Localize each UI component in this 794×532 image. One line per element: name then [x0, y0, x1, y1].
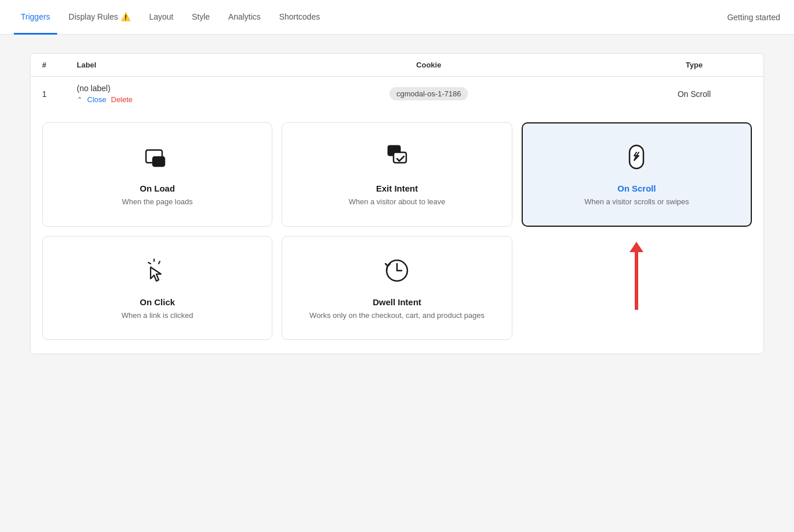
dwell-intent-desc: Works only on the checkout, cart, and pr… [309, 310, 484, 321]
on-scroll-icon [621, 142, 651, 175]
type-cell: On Scroll [636, 89, 752, 99]
action-buttons: ⌃ Close Delete [77, 95, 221, 104]
cookie-badge: cgmodal-os-1-7186 [389, 87, 468, 100]
svg-marker-9 [630, 242, 643, 252]
cookie-cell: cgmodal-os-1-7186 [221, 87, 636, 100]
getting-started-link[interactable]: Getting started [727, 13, 780, 22]
exit-intent-desc: When a visitor about to leave [349, 197, 445, 207]
arrow-annotation [522, 236, 752, 310]
delete-button[interactable]: Delete [111, 95, 133, 104]
on-click-icon [143, 256, 173, 289]
top-navigation: Triggers Display Rules ⚠️ Layout Style A… [0, 0, 794, 35]
card-on-click[interactable]: On Click When a link is clicked [42, 236, 272, 340]
on-click-desc: When a link is clicked [122, 310, 193, 321]
close-button[interactable]: Close [87, 95, 106, 104]
header-label: Label [77, 61, 221, 69]
svg-line-7 [159, 261, 160, 264]
svg-line-6 [148, 263, 151, 264]
chevron-up-icon[interactable]: ⌃ [77, 96, 83, 104]
on-click-title: On Click [140, 297, 175, 307]
on-scroll-title: On Scroll [617, 183, 656, 193]
tab-style[interactable]: Style [185, 1, 216, 35]
type-text: On Scroll [677, 89, 711, 99]
arrow-shaft [635, 252, 638, 310]
on-load-title: On Load [140, 183, 175, 193]
triggers-table: # Label Cookie Type 1 (no label) ⌃ Close… [30, 53, 764, 354]
header-cookie: Cookie [221, 61, 636, 69]
row-label-text: (no label) [77, 84, 221, 93]
on-scroll-desc: When a visitor scrolls or swipes [585, 197, 689, 207]
table-row: 1 (no label) ⌃ Close Delete cgmodal-os-1… [31, 77, 763, 111]
tab-analytics[interactable]: Analytics [222, 1, 268, 35]
trigger-cards-top: On Load When the page loads Exit Intent … [31, 111, 763, 227]
header-hash: # [42, 61, 77, 69]
warning-icon: ⚠️ [121, 12, 130, 21]
card-exit-intent[interactable]: Exit Intent When a visitor about to leav… [282, 122, 512, 227]
red-arrow-container [630, 236, 643, 310]
card-on-scroll[interactable]: On Scroll When a visitor scrolls or swip… [522, 122, 752, 227]
row-label-actions: (no label) ⌃ Close Delete [77, 84, 221, 104]
svg-rect-1 [153, 157, 164, 166]
tab-layout[interactable]: Layout [142, 1, 180, 35]
tab-triggers[interactable]: Triggers [14, 1, 57, 35]
header-type: Type [636, 61, 752, 69]
on-load-desc: When the page loads [122, 197, 193, 207]
tab-shortcodes[interactable]: Shortcodes [272, 1, 327, 35]
main-content: # Label Cookie Type 1 (no label) ⌃ Close… [16, 35, 778, 373]
card-on-load[interactable]: On Load When the page loads [42, 122, 272, 227]
nav-tabs: Triggers Display Rules ⚠️ Layout Style A… [14, 0, 327, 34]
arrow-head-icon [630, 242, 643, 252]
tab-display-rules[interactable]: Display Rules ⚠️ [62, 1, 138, 35]
exit-intent-title: Exit Intent [376, 183, 418, 193]
dwell-intent-icon [382, 256, 412, 289]
dwell-intent-title: Dwell Intent [373, 297, 421, 307]
card-dwell-intent[interactable]: Dwell Intent Works only on the checkout,… [282, 236, 512, 340]
table-header: # Label Cookie Type [31, 54, 763, 77]
exit-intent-icon [382, 142, 412, 175]
on-load-icon [143, 142, 173, 175]
row-number: 1 [42, 89, 77, 99]
bottom-section: On Click When a link is clicked Dwell In… [31, 227, 763, 340]
